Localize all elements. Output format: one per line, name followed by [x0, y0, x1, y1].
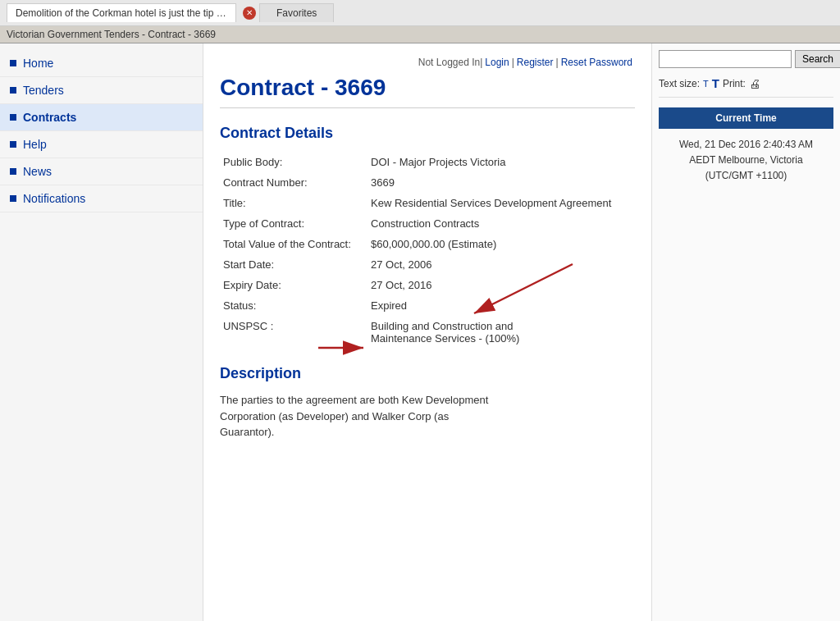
table-row: Title: Kew Residential Services Developm… [220, 193, 635, 213]
main-content: Not Logged In | Login | Register | Reset… [203, 43, 651, 621]
auth-bar: Not Logged In | Login | Register | Reset… [220, 57, 635, 68]
table-row: Total Value of the Contract: $60,000,000… [220, 234, 635, 254]
title-bar-text: Victorian Government Tenders - Contract … [7, 29, 216, 40]
search-input[interactable] [659, 50, 792, 68]
text-size-label: Text size: [659, 78, 700, 89]
sidebar-item-notifications[interactable]: Notifications [0, 185, 203, 212]
sidebar-item-home[interactable]: Home [0, 50, 203, 77]
register-link[interactable]: Register [517, 57, 554, 68]
field-label: Contract Number: [220, 172, 368, 193]
bullet-icon [10, 87, 16, 94]
field-value: 27 Oct, 2016 [368, 275, 635, 295]
print-icon[interactable]: 🖨 [749, 77, 760, 90]
field-value: 27 Oct, 2006 [368, 254, 635, 275]
table-row: Status: Expired [220, 295, 635, 316]
contract-details-heading: Contract Details [220, 125, 635, 142]
text-size-large-button[interactable]: T [712, 76, 719, 90]
print-label: Print: [723, 78, 746, 89]
table-row: UNSPSC : Building and Construction andMa… [220, 316, 635, 349]
table-row: Contract Number: 3669 [220, 172, 635, 193]
field-value: 3669 [368, 172, 635, 193]
favorites-tab[interactable]: Favorites [259, 3, 334, 22]
bullet-icon [10, 141, 16, 148]
tab-label: Demolition of the Corkman hotel is just … [16, 7, 236, 19]
sidebar-item-contracts[interactable]: Contracts [0, 104, 203, 131]
description-heading: Description [220, 365, 635, 382]
sidebar-item-label: News [23, 165, 52, 178]
bullet-icon [10, 195, 16, 202]
field-value: Kew Residential Services Development Agr… [368, 193, 635, 213]
table-row: Public Body: DOI - Major Projects Victor… [220, 152, 635, 172]
bullet-icon [10, 114, 16, 121]
field-label: Type of Contract: [220, 213, 368, 234]
content-area: Contract Details Public Body: DOI - Majo… [220, 125, 635, 441]
field-value: $60,000,000.00 (Estimate) [368, 234, 635, 254]
sidebar-item-news[interactable]: News [0, 158, 203, 185]
sidebar-item-help[interactable]: Help [0, 131, 203, 158]
favorites-tab-label: Favorites [276, 7, 317, 19]
text-size-bar: Text size: T T Print: 🖨 [659, 76, 833, 98]
sidebar-item-label: Home [23, 57, 53, 70]
not-logged-in-text: Not Logged In [418, 57, 480, 68]
sidebar-item-label: Help [23, 138, 47, 151]
sidebar-item-label: Contracts [23, 111, 76, 124]
bullet-icon [10, 60, 16, 66]
title-bar: Victorian Government Tenders - Contract … [0, 26, 840, 43]
sidebar-item-tenders[interactable]: Tenders [0, 77, 203, 104]
table-row: Expiry Date: 27 Oct, 2016 [220, 275, 635, 295]
table-row: Start Date: 27 Oct, 2006 [220, 254, 635, 275]
contract-details-table: Public Body: DOI - Major Projects Victor… [220, 152, 635, 349]
field-label: Expiry Date: [220, 275, 368, 295]
field-value: DOI - Major Projects Victoria [368, 152, 635, 172]
active-tab[interactable]: Demolition of the Corkman hotel is just … [7, 3, 236, 22]
field-label: Title: [220, 193, 368, 213]
sidebar-item-label: Notifications [23, 192, 85, 205]
table-row: Type of Contract: Construction Contracts [220, 213, 635, 234]
tab-close-icon[interactable]: ✕ [243, 7, 256, 20]
status-value: Expired [368, 295, 635, 316]
field-value: Construction Contracts [368, 213, 635, 234]
sidebar-item-label: Tenders [23, 84, 64, 97]
field-label: Total Value of the Contract: [220, 234, 368, 254]
bullet-icon [10, 168, 16, 175]
search-box: Search [659, 50, 833, 68]
current-time-heading: Current Time [659, 107, 833, 129]
field-label: Status: [220, 295, 368, 316]
search-button[interactable]: Search [795, 50, 840, 68]
login-link[interactable]: Login [485, 57, 509, 68]
text-size-small-button[interactable]: T [703, 79, 709, 89]
field-label: Public Body: [220, 152, 368, 172]
reset-password-link[interactable]: Reset Password [561, 57, 632, 68]
field-label: UNSPSC : [220, 316, 368, 349]
right-panel: Search Text size: T T Print: 🖨 Current T… [651, 43, 840, 621]
sidebar: Home Tenders Contracts Help News Notific… [0, 43, 203, 621]
current-time-value: Wed, 21 Dec 2016 2:40:43 AM AEDT Melbour… [659, 132, 833, 189]
contract-title: Contract - 3669 [220, 75, 635, 108]
description-text: The parties to the agreement are both Ke… [220, 392, 499, 441]
field-value: Building and Construction andMaintenance… [368, 316, 635, 349]
browser-chrome: Demolition of the Corkman hotel is just … [0, 0, 840, 43]
field-label: Start Date: [220, 254, 368, 275]
